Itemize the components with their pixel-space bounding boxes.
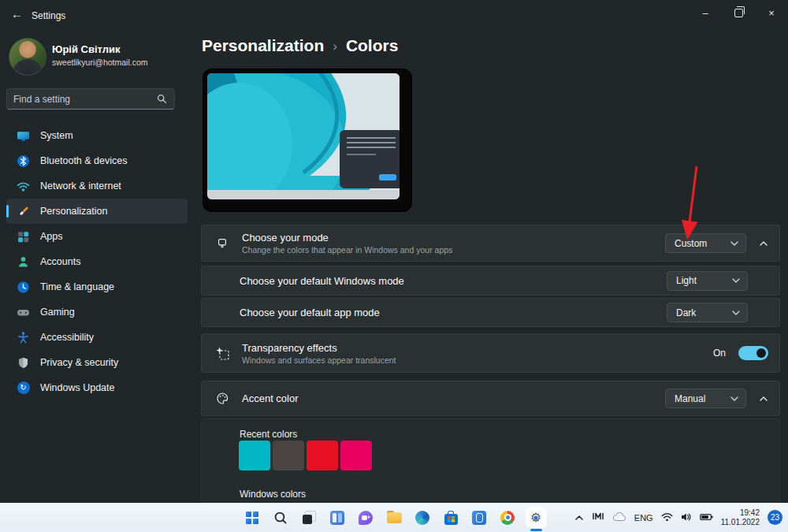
restore-button[interactable] — [722, 0, 755, 25]
start-icon[interactable] — [244, 509, 261, 526]
row-text: Choose your default Windows mode — [240, 275, 404, 287]
sidebar-item-label: Personalization — [40, 206, 107, 217]
breadcrumb-parent[interactable]: Personalization — [202, 36, 324, 55]
chat-icon[interactable] — [358, 509, 374, 526]
row-default-windows-mode: Choose your default Windows mode Light — [201, 266, 780, 296]
clock[interactable]: 19:42 11.01.2022 — [721, 508, 760, 527]
sidebar-item-label: Bluetooth & devices — [40, 155, 128, 166]
windows-mode-dropdown[interactable]: Light — [667, 271, 748, 291]
notification-badge[interactable]: 23 — [768, 510, 782, 525]
sidebar-item-network[interactable]: Network & internet — [6, 173, 188, 199]
window-controls: – × — [689, 0, 788, 25]
search-icon — [157, 94, 167, 104]
avatar — [9, 38, 46, 76]
close-button[interactable]: × — [755, 0, 788, 25]
breadcrumb-current: Colors — [346, 36, 399, 55]
row-choose-your-mode: Choose your mode Change the colors that … — [201, 225, 780, 262]
sidebar-item-label: Windows Update — [40, 382, 115, 393]
titlebar: ← Settings – × — [0, 0, 788, 28]
row-text: Accent color — [242, 392, 299, 404]
wifi-icon — [17, 180, 30, 193]
minimize-button[interactable]: – — [689, 0, 722, 25]
row-text: Transparency effects Windows and surface… — [242, 342, 396, 365]
battery-icon[interactable] — [700, 511, 713, 525]
recent-colors-swatches — [239, 441, 372, 471]
row-transparency-effects: Transparency effects Windows and surface… — [201, 333, 780, 373]
sidebar-item-gaming[interactable]: Gaming — [6, 299, 188, 325]
transparency-toggle[interactable] — [738, 346, 768, 360]
mode-dropdown-value: Custom — [666, 238, 730, 249]
row-text: Choose your mode Change the colors that … — [242, 232, 452, 255]
sidebar-item-apps[interactable]: Apps — [6, 224, 188, 249]
chrome-icon[interactable] — [500, 509, 516, 526]
apps-grid-icon — [17, 230, 30, 244]
sidebar-item-accounts[interactable]: Accounts — [6, 249, 188, 274]
mode-dropdown[interactable]: Custom — [665, 233, 746, 253]
sidebar-item-personalization[interactable]: Personalization — [6, 199, 188, 224]
taskbar-icons: ⚙ — [244, 509, 545, 526]
app-mode-dropdown[interactable]: Dark — [667, 303, 748, 322]
row-title: Choose your default Windows mode — [240, 275, 404, 287]
phone-app-icon[interactable] — [471, 509, 488, 526]
tray-meter-icon[interactable] — [592, 511, 604, 525]
tray-chevron-up-icon[interactable] — [574, 511, 584, 525]
clock-time: 19:42 — [740, 508, 760, 518]
widgets-icon[interactable] — [329, 509, 346, 526]
sidebar-item-privacy[interactable]: Privacy & security — [6, 350, 188, 375]
store-icon[interactable] — [443, 509, 459, 526]
back-button[interactable]: ← — [11, 7, 23, 21]
settings-icon[interactable]: ⚙ — [528, 509, 545, 526]
accent-dropdown[interactable]: Manual — [665, 389, 746, 408]
search-input[interactable] — [7, 94, 157, 105]
system-tray: ENG 19:42 11.01.2022 23 — [574, 503, 782, 532]
sidebar-item-label: Network & internet — [40, 180, 121, 192]
onedrive-cloud-icon[interactable] — [612, 511, 626, 525]
sidebar-item-system[interactable]: System — [6, 123, 188, 148]
chevron-down-icon — [730, 241, 745, 246]
sidebar-item-accessibility[interactable]: Accessibility — [6, 325, 188, 350]
chevron-down-icon — [730, 396, 745, 401]
sidebar-item-time-language[interactable]: Time & language — [6, 274, 188, 299]
search-icon[interactable] — [273, 509, 289, 526]
file-explorer-icon[interactable] — [386, 509, 403, 526]
theme-preview-image — [207, 73, 400, 199]
sidebar-item-label: Accessibility — [40, 332, 94, 343]
taskbar: ⚙ ENG 19:42 11.01.2022 23 — [0, 503, 788, 532]
edge-icon[interactable] — [414, 509, 431, 526]
paint-can-icon — [215, 237, 229, 250]
user-name: Юрій Світлик — [52, 43, 121, 55]
person-icon — [17, 255, 30, 269]
monitor-icon — [17, 129, 30, 143]
color-swatch-gray[interactable] — [273, 441, 304, 471]
row-default-app-mode: Choose your default app mode Dark — [201, 298, 780, 327]
windows-mode-dropdown-value: Light — [667, 275, 732, 286]
brush-icon — [17, 205, 30, 218]
task-view-icon[interactable] — [301, 509, 318, 526]
chevron-down-icon — [732, 278, 747, 283]
language-indicator[interactable]: ENG — [634, 513, 653, 523]
theme-preview — [203, 69, 411, 211]
accent-dropdown-value: Manual — [666, 393, 730, 404]
active-app-indicator — [530, 529, 542, 531]
row-accent-color: Accent color Manual — [201, 381, 780, 416]
color-swatch-cyan[interactable] — [239, 441, 270, 471]
color-swatch-pink[interactable] — [340, 441, 372, 471]
row-controls: On — [713, 346, 779, 360]
wifi-tray-icon[interactable] — [661, 511, 673, 525]
app-title: Settings — [32, 10, 65, 21]
bluetooth-icon — [17, 154, 30, 168]
row-subtitle: Change the colors that appear in Windows… — [242, 245, 452, 255]
accessibility-icon — [17, 331, 30, 344]
collapse-button[interactable] — [759, 241, 768, 246]
sidebar-item-bluetooth[interactable]: Bluetooth & devices — [6, 148, 188, 173]
row-title: Choose your mode — [242, 232, 452, 244]
volume-icon[interactable] — [681, 511, 692, 525]
sidebar-item-label: Apps — [40, 231, 63, 242]
row-controls: Dark — [667, 303, 779, 322]
sidebar-item-windows-update[interactable]: ↻ Windows Update — [6, 375, 188, 400]
row-controls: Custom — [665, 233, 779, 253]
toggle-knob — [756, 348, 766, 358]
row-subtitle: Windows and surfaces appear translucent — [242, 355, 396, 365]
collapse-button[interactable] — [759, 396, 768, 401]
color-swatch-red[interactable] — [307, 441, 338, 471]
